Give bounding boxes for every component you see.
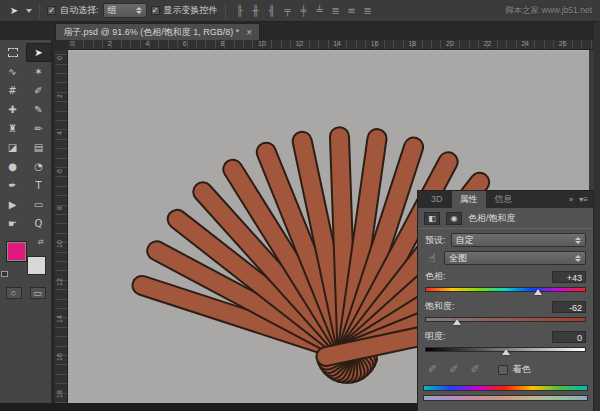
ruler-label: 8	[220, 40, 224, 47]
brush-tool[interactable]: ✎	[26, 100, 52, 119]
lightness-label: 明度:	[425, 330, 446, 343]
preset-value: 自定	[456, 234, 474, 247]
align-left-edges-icon[interactable]: ╟	[233, 5, 247, 16]
dropdown-arrows-icon	[575, 237, 581, 244]
zoom-tool[interactable]: Q	[26, 214, 52, 233]
distribute-left-icon[interactable]: ≣	[329, 5, 343, 16]
auto-select-dropdown[interactable]: 组	[103, 3, 147, 18]
preset-dropdown[interactable]: 自定	[451, 233, 586, 247]
align-bottom-edges-icon[interactable]: ╧	[313, 5, 327, 16]
screen-mode-button[interactable]: ▭	[30, 287, 46, 299]
preset-label: 预设:	[425, 234, 446, 247]
lightness-slider[interactable]	[425, 346, 586, 355]
pen-tool-icon: ✒	[8, 180, 16, 191]
eyedropper-tool[interactable]: ✐	[26, 81, 52, 100]
channel-dropdown[interactable]: 全图	[444, 251, 586, 265]
quick-mask-button[interactable]: ○	[6, 287, 22, 299]
shape-tool[interactable]: ▭	[26, 195, 52, 214]
tool-preset-caret-icon[interactable]	[26, 9, 32, 13]
ruler-label: 20	[446, 40, 454, 47]
swap-colors-icon[interactable]: ⇄	[38, 238, 44, 246]
eyedropper-sample-icon[interactable]: ✐	[428, 363, 437, 376]
blur-tool-icon: ●	[8, 161, 17, 172]
saturation-track	[425, 317, 586, 322]
healing-brush-tool[interactable]: ✚	[0, 100, 26, 119]
type-tool[interactable]: T	[26, 176, 52, 195]
hue-spectrum-adjusted	[423, 395, 588, 401]
colorize-checkbox[interactable]	[498, 365, 508, 375]
saturation-value-input[interactable]: -62	[552, 301, 586, 313]
eyedropper-subtract-icon[interactable]: ✐	[470, 363, 479, 376]
saturation-slider-thumb[interactable]	[453, 319, 461, 325]
lightness-slider-thumb[interactable]	[502, 349, 510, 355]
ruler-label: 18	[56, 391, 63, 399]
eyedropper-row: ✐✐✐ 着色	[418, 355, 593, 376]
ruler-label: 8	[56, 206, 63, 210]
hue-label: 色相:	[425, 270, 446, 283]
auto-select-value: 组	[108, 4, 117, 17]
magic-wand-tool[interactable]: ✶	[26, 62, 52, 81]
ruler-label: 18	[408, 40, 416, 47]
eyedropper-add-icon[interactable]: ✐	[449, 363, 458, 376]
document-tab[interactable]: 扇子.psd @ 91.6% (色相/饱和度 1, RGB/8) * ×	[55, 23, 260, 40]
align-right-edges-icon[interactable]: ╢	[265, 5, 279, 16]
hue-slider-thumb[interactable]	[534, 289, 542, 295]
gradient-tool-icon: ▤	[34, 142, 43, 153]
default-colors-icon[interactable]	[1, 271, 8, 277]
hue-spectrum-original	[423, 385, 588, 391]
close-tab-icon[interactable]: ×	[246, 27, 252, 38]
hue-slider[interactable]	[425, 286, 586, 295]
align-top-edges-icon[interactable]: ╤	[281, 5, 295, 16]
watermark-text: 脚本之家 www.jb51.net	[505, 5, 596, 17]
ruler-label: 6	[56, 169, 63, 173]
adjustment-title: 色相/饱和度	[468, 212, 516, 225]
vertical-ruler[interactable]: 024681012141618	[55, 50, 68, 403]
crop-tool[interactable]: #	[0, 81, 26, 100]
hand-tool[interactable]: ☛	[0, 214, 26, 233]
tools-panel: ➤∿✶#✐✚✎♜✏◪▤●◔✒T▶▭☛Q ⇄ ○ ▭	[0, 33, 52, 403]
clone-stamp-tool[interactable]: ♜	[0, 119, 26, 138]
tab-properties[interactable]: 属性	[452, 191, 486, 209]
horizontal-ruler[interactable]: 0246810121416182022242628	[55, 40, 594, 50]
targeted-adjustment-icon[interactable]: ☝	[425, 252, 439, 265]
tab-3d[interactable]: 3D	[423, 192, 451, 207]
ruler-label: 0	[70, 40, 74, 47]
history-brush-tool[interactable]: ✏	[26, 119, 52, 138]
move-tool[interactable]: ➤	[26, 43, 52, 62]
type-tool-icon: T	[35, 180, 41, 191]
clone-stamp-tool-icon: ♜	[8, 123, 17, 134]
distribute-centers-icon[interactable]: ≡	[345, 5, 359, 16]
path-selection-tool[interactable]: ▶	[0, 195, 26, 214]
panel-tab-bar: 3D属性信息 » ▾≡	[418, 191, 593, 208]
panel-menu-icon[interactable]: ▾≡	[579, 195, 588, 204]
hand-tool-icon: ☛	[8, 218, 17, 229]
pen-tool[interactable]: ✒	[0, 176, 26, 195]
eraser-tool[interactable]: ◪	[0, 138, 26, 157]
auto-select-checkbox[interactable]: ✓	[47, 6, 56, 15]
adjustment-layer-icon: ◧	[424, 212, 440, 225]
show-transform-checkbox[interactable]: ✓	[151, 6, 160, 15]
lightness-value-input[interactable]: 0	[552, 331, 586, 343]
tools-grid: ➤∿✶#✐✚✎♜✏◪▤●◔✒T▶▭☛Q	[0, 40, 51, 233]
dodge-tool[interactable]: ◔	[26, 157, 52, 176]
align-vertical-centers-icon[interactable]: ╪	[297, 5, 311, 16]
background-color-swatch[interactable]	[27, 256, 46, 275]
saturation-slider[interactable]	[425, 316, 586, 325]
foreground-color-swatch[interactable]	[6, 241, 27, 262]
align-horizontal-centers-icon[interactable]: ╫	[249, 5, 263, 16]
collapse-panel-icon[interactable]: »	[569, 195, 573, 204]
hue-value-input[interactable]: +43	[552, 271, 586, 283]
distribute-right-icon[interactable]: ≣	[361, 5, 375, 16]
ruler-label: 26	[559, 40, 567, 47]
lasso-tool[interactable]: ∿	[0, 62, 26, 81]
document-tab-strip: 扇子.psd @ 91.6% (色相/饱和度 1, RGB/8) * ×	[0, 22, 600, 40]
rectangular-marquee-tool[interactable]	[0, 43, 26, 62]
layer-mask-icon[interactable]: ◉	[446, 212, 462, 225]
path-selection-tool-icon: ▶	[9, 199, 17, 210]
tab-info[interactable]: 信息	[487, 191, 521, 209]
blur-tool[interactable]: ●	[0, 157, 26, 176]
align-buttons-group: ╟╫╢╤╪╧≣≡≣	[233, 5, 375, 16]
ruler-label: 24	[521, 40, 529, 47]
eraser-tool-icon: ◪	[8, 142, 17, 153]
gradient-tool[interactable]: ▤	[26, 138, 52, 157]
